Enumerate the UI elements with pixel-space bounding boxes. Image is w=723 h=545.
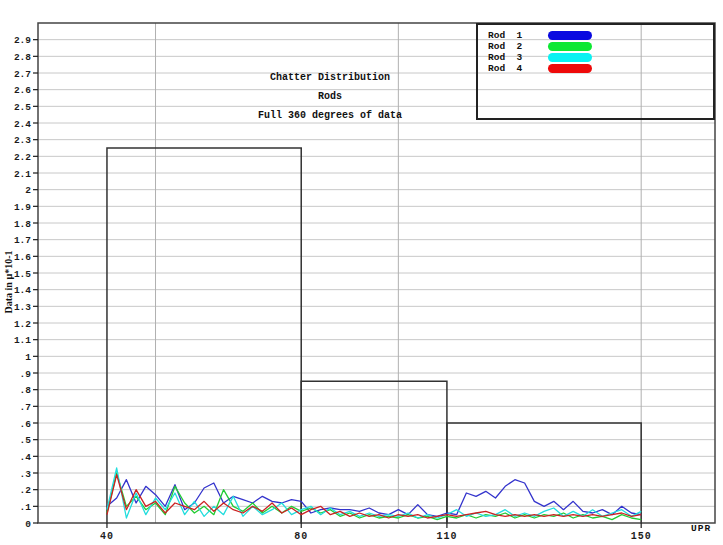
- chart-subtitle-1: Rods: [230, 91, 430, 102]
- y-tick-label: 1.2: [14, 319, 31, 330]
- y-tick-label: .5: [20, 435, 32, 446]
- y-tick-label: .9: [20, 369, 32, 380]
- y-tick-label: 2.9: [14, 35, 31, 46]
- chart-root: 0.1.2.3.4.5.6.7.8.911.11.21.31.41.51.61.…: [0, 0, 723, 545]
- chart-subtitle-2: Full 360 degrees of data: [230, 110, 430, 121]
- y-tick-label: 2.1: [14, 169, 31, 180]
- x-tick-label: 150: [631, 531, 652, 542]
- y-tick-label: 2: [25, 185, 31, 196]
- legend-entry-rod-1: Rod 1: [478, 30, 713, 41]
- y-tick-label: 1.9: [14, 202, 31, 213]
- y-tick-label: .7: [20, 402, 32, 413]
- legend-entry-rod-4: Rod 4: [478, 63, 713, 74]
- chart-title: Chatter Distribution: [230, 72, 430, 83]
- legend-entry-rod-2: Rod 2: [478, 41, 713, 52]
- legend-label-rod-3: Rod 3: [488, 52, 548, 63]
- y-tick-label: .6: [20, 419, 32, 430]
- legend-label-rod-2: Rod 2: [488, 41, 548, 52]
- step-outline-2: [301, 381, 447, 523]
- y-tick-label: .8: [20, 385, 32, 396]
- y-tick-label: 2.7: [14, 69, 31, 80]
- y-tick-label: 0: [25, 519, 31, 530]
- y-tick-label: 2.6: [14, 85, 31, 96]
- legend-label-rod-1: Rod 1: [488, 30, 548, 41]
- y-tick-label: 1.5: [14, 269, 31, 280]
- legend-swatch-rod-4: [548, 64, 592, 73]
- y-tick-label: .1: [20, 502, 32, 513]
- y-tick-label: 1.1: [14, 335, 31, 346]
- legend-swatch-rod-2: [548, 42, 592, 51]
- x-tick-label: 40: [100, 531, 114, 542]
- legend-swatch-rod-1: [548, 31, 592, 40]
- chart-title-block: Chatter Distribution Rods Full 360 degre…: [230, 72, 430, 129]
- y-tick-label: 2.5: [14, 102, 31, 113]
- y-tick-label: 2.2: [14, 152, 31, 163]
- y-tick-label: 2.4: [14, 119, 31, 130]
- x-axis-unit-label: UPR: [691, 523, 711, 534]
- y-tick-label: .3: [20, 469, 32, 480]
- y-tick-label: 2.3: [14, 135, 31, 146]
- y-tick-label: 1.7: [14, 235, 31, 246]
- y-axis-label: Data in µ*10-1: [3, 251, 14, 314]
- y-tick-label: .4: [20, 452, 32, 463]
- y-tick-label: 2.8: [14, 52, 31, 63]
- y-tick-label: 1.8: [14, 219, 31, 230]
- y-tick-label: 1.3: [14, 302, 31, 313]
- legend-entry-rod-3: Rod 3: [478, 52, 713, 63]
- y-tick-label: 1.4: [14, 285, 31, 296]
- legend-swatch-rod-3: [548, 53, 592, 62]
- y-tick-label: .2: [20, 485, 32, 496]
- series-line-rod-2: [107, 473, 641, 520]
- x-tick-label: 80: [294, 531, 308, 542]
- step-outline-1: [107, 148, 301, 523]
- y-tick-label: 1.6: [14, 252, 31, 263]
- x-tick-label: 110: [436, 531, 457, 542]
- legend-box: Rod 1 Rod 2 Rod 3 Rod 4: [476, 23, 715, 120]
- legend-label-rod-4: Rod 4: [488, 63, 548, 74]
- y-tick-label: 1: [25, 352, 31, 363]
